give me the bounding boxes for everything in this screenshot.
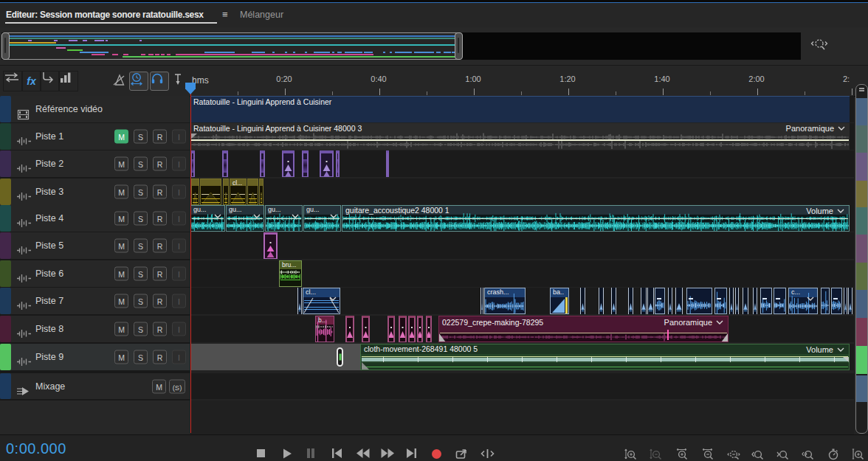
track-name: Piste 7 [35, 296, 63, 306]
mute-button[interactable]: M [114, 322, 128, 336]
input-monitor-button[interactable]: I [172, 239, 186, 253]
transport-bar: 0:00.000 [0, 434, 868, 461]
mute-button[interactable]: M [114, 267, 128, 281]
solo-button[interactable]: S [134, 212, 148, 226]
panel-menu-icon[interactable]: ≡ [222, 9, 228, 20]
record-arm-button[interactable]: R [153, 267, 167, 281]
track-header-référence-vidéo[interactable]: Référence vidéo [0, 96, 190, 122]
track-header-piste-4[interactable]: Piste 4MSRI [0, 205, 190, 232]
solo-button[interactable]: S [134, 130, 148, 144]
mute-button[interactable]: M [114, 212, 128, 226]
track-header-piste-6[interactable]: Piste 6MSRI [0, 260, 190, 287]
track-name: Piste 5 [35, 240, 63, 251]
ruler-label: 2: [843, 74, 850, 83]
track-lane[interactable] [190, 232, 854, 259]
mute-button[interactable]: M [114, 185, 128, 199]
track-lane[interactable] [190, 373, 854, 399]
record-arm-button[interactable]: R [153, 212, 167, 226]
track-lane[interactable] [190, 260, 854, 287]
track-name: Piste 1 [35, 131, 63, 142]
track-header-mixage[interactable]: MixageM(S) [0, 373, 190, 399]
record-arm-button[interactable]: R [153, 322, 167, 336]
move-tool-icon[interactable] [3, 71, 23, 91]
solo-button[interactable]: S [134, 294, 148, 308]
solo-button[interactable]: (S) [169, 379, 185, 393]
solo-button[interactable]: S [134, 185, 148, 199]
input-monitor-button[interactable]: I [172, 185, 186, 199]
metering-icon[interactable] [58, 71, 78, 91]
track-color-strip [0, 288, 11, 314]
input-monitor-button[interactable]: I [172, 294, 186, 308]
track-lane[interactable] [190, 178, 854, 205]
time-display[interactable]: 0:00.000 [6, 440, 66, 457]
track-header-piste-5[interactable]: Piste 5MSRI [0, 232, 190, 259]
track-header-piste-7[interactable]: Piste 7MSRI [0, 288, 190, 314]
record-arm-button[interactable]: R [153, 130, 167, 144]
overview-view-range[interactable] [1, 32, 463, 60]
tab-editor[interactable]: Editeur: Session montage sonore ratatoui… [6, 10, 204, 20]
scrollbar-track-segment [856, 290, 867, 318]
track-color-strip [0, 178, 11, 205]
solo-button[interactable]: S [134, 239, 148, 253]
track-header-piste-8[interactable]: Piste 8MSRI [0, 316, 190, 342]
track-name: Piste 2 [35, 159, 63, 169]
scrollbar-track-segment [856, 375, 867, 402]
lanes-footer [190, 401, 854, 434]
record-arm-button[interactable]: R [153, 157, 167, 171]
track-header-piste-3[interactable]: Piste 3MSRI [0, 178, 190, 205]
overview-handle-right[interactable] [455, 32, 463, 60]
input-monitor-button[interactable]: I [172, 350, 186, 364]
track-lane[interactable] [190, 123, 854, 150]
scrollbar-track-segment [856, 346, 867, 374]
session-overview-strip[interactable] [1, 32, 801, 60]
tab-mixer[interactable]: Mélangeur [240, 10, 283, 20]
track-lane[interactable] [190, 344, 854, 370]
scrollbar-track-segment [856, 153, 867, 181]
record-arm-button[interactable]: R [153, 185, 167, 199]
mute-button[interactable]: M [114, 157, 128, 171]
monitor-headphones-icon[interactable] [150, 72, 169, 91]
scrollbar-track-segment [856, 318, 867, 346]
window-accent-line [0, 2, 868, 3]
track-color-strip [0, 205, 11, 232]
record-arm-button[interactable]: R [153, 350, 167, 364]
solo-button[interactable]: S [134, 267, 148, 281]
ruler-label: 1:00 [465, 74, 480, 83]
input-monitor-button[interactable]: I [172, 267, 186, 281]
track-lane[interactable] [190, 150, 854, 177]
track-lane[interactable] [190, 288, 854, 314]
input-monitor-button[interactable]: I [172, 130, 186, 144]
solo-button[interactable]: S [134, 350, 148, 364]
mute-button[interactable]: M [114, 130, 128, 144]
track-headers-panel: Référence vidéoPiste 1MSRIPiste 2MSRIPis… [0, 96, 190, 434]
solo-button[interactable]: S [134, 322, 148, 336]
input-monitor-button[interactable]: I [172, 157, 186, 171]
vertical-track-scrollbar[interactable] [855, 84, 868, 434]
playhead-line [190, 91, 191, 433]
track-header-piste-2[interactable]: Piste 2MSRI [0, 150, 190, 177]
track-name: Piste 9 [35, 352, 63, 362]
scrollbar-track-segment [856, 181, 867, 209]
mute-button[interactable]: M [114, 239, 128, 253]
input-monitor-button[interactable]: I [172, 212, 186, 226]
overview-handle-left[interactable] [1, 32, 10, 60]
scrollbar-track-segment [856, 207, 867, 235]
track-lane[interactable] [190, 205, 854, 232]
record-arm-button[interactable]: R [153, 239, 167, 253]
solo-button[interactable]: S [134, 157, 148, 171]
time-snap-icon[interactable] [129, 72, 148, 91]
track-header-piste-1[interactable]: Piste 1MSRI [0, 123, 190, 150]
mute-button[interactable]: M [114, 350, 128, 364]
track-lane[interactable] [190, 316, 854, 342]
ruler-label: 0:40 [371, 74, 386, 83]
mute-button[interactable]: M [152, 379, 166, 393]
input-monitor-button[interactable]: I [172, 322, 186, 336]
overview-zoom-icon[interactable] [810, 37, 828, 53]
mute-button[interactable]: M [114, 294, 128, 308]
track-lane[interactable] [190, 96, 854, 122]
track-name: Piste 6 [35, 268, 63, 279]
track-header-piste-9[interactable]: Piste 9MSRI [0, 344, 190, 370]
record-arm-button[interactable]: R [153, 294, 167, 308]
fx-rack-icon[interactable]: fx [21, 71, 41, 91]
routing-icon[interactable] [40, 71, 60, 91]
